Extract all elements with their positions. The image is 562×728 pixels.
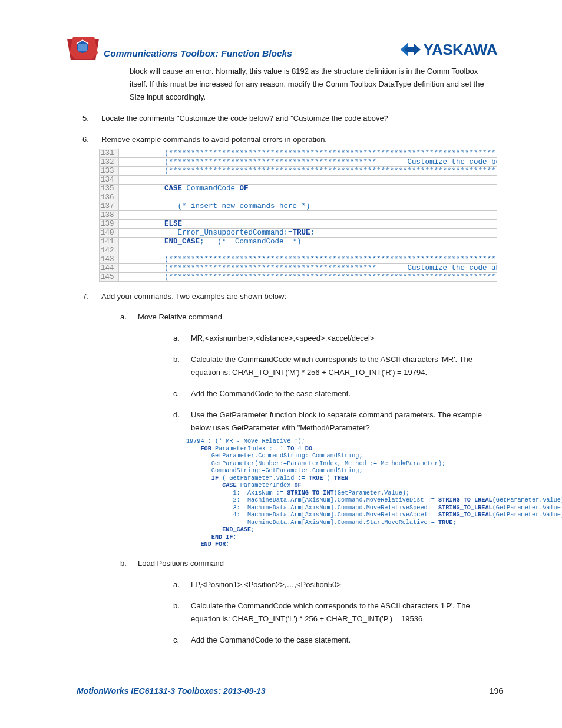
list-text: Locate the comments "Customize the code … [101, 114, 388, 123]
list-text: Remove example commands to avoid potenti… [101, 135, 327, 144]
sub-sub-a: a.MR,<axisnumber>,<distance>,<speed>,<ac… [173, 332, 497, 345]
badge-icon [65, 35, 101, 62]
sub-sub-a: a.LP,<Position1>,<Position2>,…,<Position… [173, 578, 497, 591]
list-number: 6. [82, 133, 89, 146]
sub-item-b: b. Load Positions command a.LP,<Position… [120, 557, 497, 647]
list-item-6: 6. Remove example commands to avoid pote… [82, 133, 497, 282]
page-footer: MotionWorks IEC61131-3 Toolboxes: 2013-0… [77, 684, 503, 699]
sub-sub-c: c.Add the CommandCode to the case statem… [173, 634, 497, 647]
intro-paragraph: block will cause an error. Normally, thi… [65, 65, 497, 104]
brand-logo: YASKAWA [401, 37, 497, 62]
list-number: 7. [82, 290, 89, 303]
code-block-mr: 19794 : (* MR - Move Relative *); FOR Pa… [186, 438, 497, 549]
sub-title: Move Relative command [138, 312, 222, 321]
page-header: Communications Toolbox: Function Blocks … [65, 35, 497, 62]
sub-item-a: a. Move Relative command a.MR,<axisnumbe… [120, 311, 497, 549]
sub-title: Load Positions command [138, 559, 224, 568]
list-item-5: 5. Locate the comments "Customize the co… [82, 112, 497, 125]
code-block-customize: 131 (***********************************… [99, 149, 497, 282]
list-number: 5. [82, 112, 89, 125]
list-item-7: 7. Add your commands. Two examples are s… [82, 290, 497, 647]
footer-text: MotionWorks IEC61131-3 Toolboxes: 2013-0… [77, 684, 266, 699]
sub-sub-b: b.Calculate the CommandCode which corres… [173, 599, 497, 625]
page-title: Communications Toolbox: Function Blocks [104, 46, 292, 62]
list-text: Add your commands. Two examples are show… [101, 292, 286, 301]
brand-text: YASKAWA [423, 37, 497, 62]
alpha-marker: a. [120, 311, 127, 324]
alpha-marker: b. [120, 557, 127, 570]
sub-sub-c: c.Add the CommandCode to the case statem… [173, 387, 497, 400]
page-number: 196 [490, 684, 503, 699]
sub-sub-b: b.Calculate the CommandCode which corres… [173, 353, 497, 379]
sub-sub-d: d.Use the GetParameter function block to… [173, 409, 497, 549]
